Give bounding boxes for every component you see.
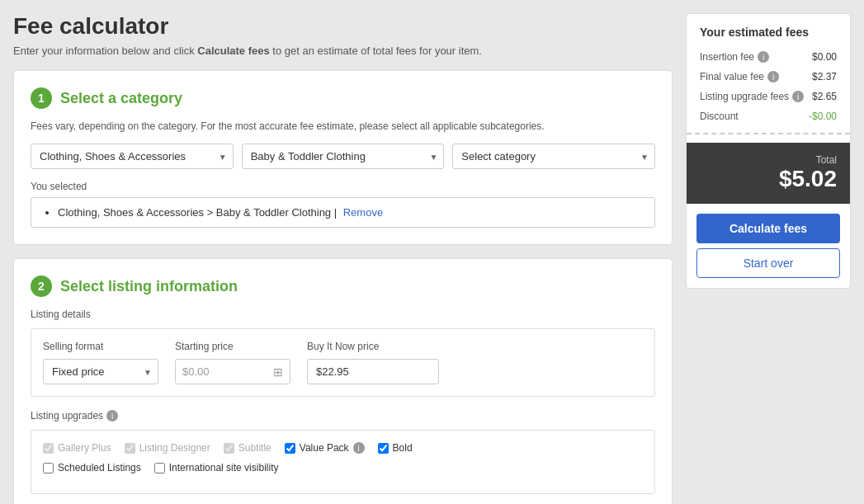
col-format-header: Selling format <box>43 341 175 359</box>
insertion-fee-value: $0.00 <box>812 51 837 63</box>
you-selected-label: You selected <box>31 181 655 192</box>
fees-card: Your estimated fees Insertion fee i $0.0… <box>686 13 851 289</box>
gallery-plus-upgrade: Gallery Plus <box>43 442 111 454</box>
gallery-plus-checkbox[interactable] <box>43 443 54 454</box>
bold-upgrade: Bold <box>378 442 413 454</box>
insertion-fee-row: Insertion fee i $0.00 <box>687 47 850 67</box>
selected-item-box: Clothing, Shoes & Accessories > Baby & T… <box>31 197 655 228</box>
insertion-fee-label: Insertion fee i <box>700 51 769 63</box>
selling-format-dropdown-wrapper: Fixed price ▼ <box>43 359 158 384</box>
step1-title: Select a category <box>60 90 182 107</box>
start-over-button[interactable]: Start over <box>696 248 840 278</box>
discount-label: Discount <box>700 111 739 122</box>
value-pack-label: Value Pack <box>300 442 349 454</box>
bold-label: Bold <box>393 442 413 454</box>
subtitle-prefix: Enter your information below and click <box>13 45 197 57</box>
category-dropdown-3[interactable]: Select category <box>452 144 655 169</box>
page-title: Fee calculator <box>13 13 673 40</box>
listing-details-box: Selling format Starting price Buy It Now… <box>31 328 655 397</box>
international-visibility-label: International site visibility <box>169 462 279 473</box>
upgrades-row-1: Gallery Plus Listing Designer Subtitle V… <box>43 442 643 454</box>
buy-it-now-input[interactable] <box>307 359 439 384</box>
upgrades-box: Gallery Plus Listing Designer Subtitle V… <box>31 430 655 494</box>
category-dropdown-1-wrapper: Clothing, Shoes & Accessories ▼ <box>31 144 234 169</box>
listing-upgrade-fees-row: Listing upgrade fees i $2.65 <box>687 87 850 106</box>
gallery-plus-label: Gallery Plus <box>58 442 111 454</box>
category-dropdown-2[interactable]: Baby & Toddler Clothing <box>242 144 445 169</box>
value-pack-checkbox[interactable] <box>285 443 295 454</box>
total-label: Total <box>700 154 837 166</box>
fees-title: Your estimated fees <box>687 14 850 47</box>
selected-item: Clothing, Shoes & Accessories > Baby & T… <box>58 206 643 219</box>
subtitle-suffix: to get an estimate of total fees for you… <box>270 45 482 57</box>
discount-value: -$0.00 <box>809 111 837 122</box>
insertion-fee-info-icon[interactable]: i <box>758 51 769 63</box>
step2-number: 2 <box>31 276 52 297</box>
col-bin-header: Buy It Now price <box>307 341 643 359</box>
remove-link[interactable]: Remove <box>343 206 383 219</box>
subtitle-label: Subtitle <box>238 442 271 454</box>
step1-info: Fees vary, depending on the category. Fo… <box>31 120 655 132</box>
bold-checkbox[interactable] <box>378 443 389 454</box>
starting-price-cell: ⊞ <box>175 359 307 384</box>
listing-upgrades-info-icon[interactable]: i <box>106 410 118 422</box>
subtitle-checkbox[interactable] <box>224 443 234 454</box>
total-amount: $5.02 <box>700 166 837 192</box>
step1-header: 1 Select a category <box>31 87 655 109</box>
selling-format-select[interactable]: Fixed price <box>43 359 158 384</box>
category-dropdowns: Clothing, Shoes & Accessories ▼ Baby & T… <box>31 144 655 169</box>
total-section: Total $5.02 <box>687 143 850 204</box>
listing-designer-label: Listing Designer <box>139 442 210 454</box>
scheduled-listings-label: Scheduled Listings <box>58 462 141 473</box>
listing-designer-upgrade: Listing Designer <box>125 442 210 454</box>
listing-upgrade-fees-label: Listing upgrade fees i <box>700 91 804 102</box>
starting-price-input[interactable] <box>176 360 267 384</box>
international-visibility-upgrade: International site visibility <box>154 462 279 473</box>
fees-divider <box>687 133 850 134</box>
category-dropdown-2-wrapper: Baby & Toddler Clothing ▼ <box>242 144 445 169</box>
international-visibility-checkbox[interactable] <box>154 463 165 473</box>
calculate-fees-button[interactable]: Calculate fees <box>696 214 840 243</box>
col-start-header: Starting price <box>175 341 307 359</box>
page-header: Fee calculator Enter your information be… <box>13 13 673 57</box>
selling-format-cell: Fixed price ▼ <box>43 359 175 384</box>
page-subtitle: Enter your information below and click C… <box>13 45 673 57</box>
value-pack-upgrade: Value Pack i <box>285 442 365 454</box>
final-value-fee-value: $2.37 <box>812 71 837 82</box>
scheduled-listings-upgrade: Scheduled Listings <box>43 462 141 473</box>
pipe-separator: | <box>334 206 340 219</box>
final-value-fee-row: Final value fee i $2.37 <box>687 67 850 87</box>
upgrades-row-2: Scheduled Listings International site vi… <box>43 462 643 473</box>
listing-designer-checkbox[interactable] <box>125 443 135 454</box>
listing-upgrade-fees-info-icon[interactable]: i <box>792 91 804 102</box>
step2-card: 2 Select listing information Listing det… <box>13 258 673 504</box>
category-dropdown-1[interactable]: Clothing, Shoes & Accessories <box>31 144 234 169</box>
sidebar: Your estimated fees Insertion fee i $0.0… <box>686 13 851 504</box>
subtitle-bold: Calculate fees <box>197 45 269 57</box>
category-dropdown-3-wrapper: Select category ▼ <box>452 144 655 169</box>
listing-details-label: Listing details <box>31 309 655 320</box>
bin-price-cell <box>307 359 643 384</box>
listing-details-table: Selling format Starting price Buy It Now… <box>43 341 643 384</box>
starting-price-wrapper: ⊞ <box>175 359 290 384</box>
step2-header: 2 Select listing information <box>31 276 655 297</box>
listing-upgrade-fees-value: $2.65 <box>812 91 837 102</box>
listing-upgrades-label: Listing upgrades i <box>31 410 655 422</box>
calculator-icon[interactable]: ⊞ <box>267 365 290 379</box>
final-value-fee-label: Final value fee i <box>700 71 779 82</box>
value-pack-info-icon[interactable]: i <box>353 442 365 454</box>
listing-upgrades-text: Listing upgrades <box>31 410 103 422</box>
step1-card: 1 Select a category Fees vary, depending… <box>13 70 673 245</box>
final-value-fee-info-icon[interactable]: i <box>767 71 779 82</box>
step2-title: Select listing information <box>60 278 238 295</box>
scheduled-listings-checkbox[interactable] <box>43 463 54 473</box>
subtitle-upgrade: Subtitle <box>224 442 271 454</box>
selected-path: Clothing, Shoes & Accessories > Baby & T… <box>58 206 331 219</box>
step1-number: 1 <box>31 87 52 109</box>
discount-row: Discount -$0.00 <box>687 106 850 126</box>
